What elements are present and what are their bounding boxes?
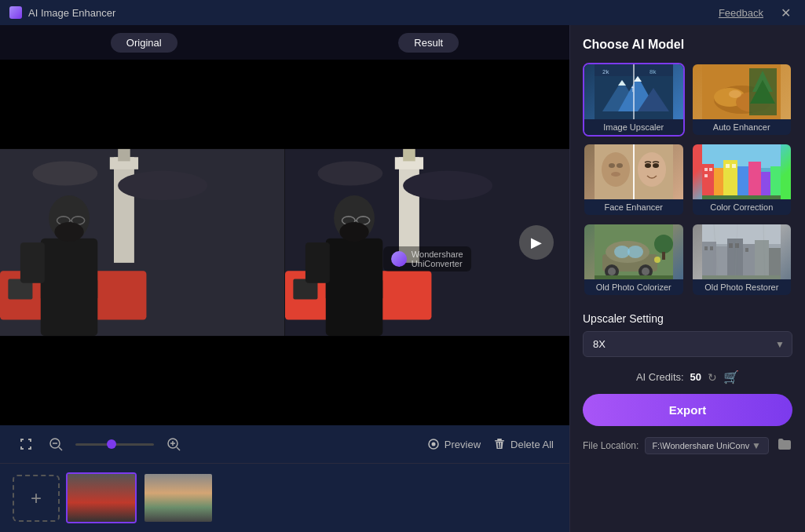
slider-thumb xyxy=(107,439,116,449)
model-img-color xyxy=(693,144,792,199)
model-card-face-enhancer[interactable]: Face Enhancer xyxy=(583,143,685,217)
svg-rect-44 xyxy=(495,440,504,442)
svg-line-40 xyxy=(177,447,180,450)
svg-rect-12 xyxy=(20,242,45,283)
file-location-select[interactable]: F:\Wondershare UniConv xyxy=(645,437,769,454)
old-photo-restorer-preview-svg xyxy=(702,224,781,279)
svg-rect-43 xyxy=(497,439,502,440)
svg-point-92 xyxy=(608,268,616,275)
svg-rect-86 xyxy=(732,164,736,168)
close-button[interactable]: ✕ xyxy=(776,4,796,22)
svg-rect-83 xyxy=(709,168,712,171)
thumbnail-2-image xyxy=(145,474,212,522)
add-image-button[interactable]: + xyxy=(13,475,60,522)
slider-track xyxy=(75,443,154,446)
svg-text:↑: ↑ xyxy=(630,83,635,94)
svg-rect-108 xyxy=(769,248,781,279)
upscaler-preview-svg: 2k 8k ↑ xyxy=(595,64,673,119)
right-panel-content: Choose AI Model xyxy=(570,25,805,532)
upscaler-select[interactable]: 2X 4X 8X xyxy=(583,331,792,357)
toolbar-right: Preview Delete All xyxy=(427,438,554,450)
next-button[interactable]: ▶ xyxy=(519,225,554,260)
svg-point-5 xyxy=(118,171,207,200)
feedback-link[interactable]: Feedback xyxy=(719,7,763,19)
delete-all-label: Delete All xyxy=(510,439,554,450)
export-button[interactable]: Export xyxy=(583,394,792,426)
main-container: Original Result xyxy=(0,25,805,532)
svg-rect-109 xyxy=(704,246,708,250)
file-location-row: File Location: F:\Wondershare UniConv ▼ xyxy=(583,435,792,456)
app-icon xyxy=(9,6,22,19)
model-img-restorer xyxy=(693,224,792,279)
trash-icon xyxy=(493,438,506,450)
cart-icon[interactable]: 🛒 xyxy=(723,370,739,384)
thumbnail-2[interactable] xyxy=(143,472,214,523)
credits-row: AI Credits: 50 ↻ 🛒 xyxy=(583,370,792,384)
image-display-area: WondershareUniConverter ▶ xyxy=(0,99,569,386)
svg-point-67 xyxy=(617,163,623,168)
svg-text:8k: 8k xyxy=(649,68,657,75)
svg-rect-11 xyxy=(41,239,98,336)
model-label-auto-enhancer: Auto Enhancer xyxy=(693,119,792,135)
svg-rect-85 xyxy=(726,164,730,168)
svg-rect-112 xyxy=(735,243,739,248)
model-card-color-correction[interactable]: Color Correction xyxy=(691,143,793,217)
delete-all-button[interactable]: Delete All xyxy=(493,438,554,450)
upscaler-setting-section: Upscaler Setting 2X 4X 8X ▼ xyxy=(583,312,792,357)
svg-point-42 xyxy=(431,443,435,446)
file-location-label: File Location: xyxy=(583,440,639,451)
svg-point-66 xyxy=(609,163,615,168)
color-correction-preview-svg xyxy=(702,144,781,199)
thumbnail-1-image xyxy=(68,474,135,522)
original-label: Original xyxy=(111,33,177,53)
model-card-old-photo-restorer[interactable]: Old Photo Restorer xyxy=(691,223,793,297)
zoom-slider[interactable] xyxy=(75,443,154,446)
app-title: AI Image Enhancer xyxy=(28,7,115,19)
preview-button[interactable]: Preview xyxy=(427,438,481,450)
toolbar-left xyxy=(16,434,184,454)
zoom-out-button[interactable] xyxy=(46,434,66,454)
original-image-side xyxy=(0,99,285,386)
svg-rect-98 xyxy=(595,275,673,279)
model-grid: 2k 8k ↑ Image Upscaler xyxy=(583,63,792,297)
svg-rect-81 xyxy=(770,166,781,199)
svg-point-21 xyxy=(317,161,382,185)
preview-icon xyxy=(427,438,440,450)
model-img-face xyxy=(584,144,683,199)
image-panel: Original Result xyxy=(0,25,569,532)
model-card-auto-enhancer[interactable]: Auto Enhancer xyxy=(691,63,793,137)
svg-rect-78 xyxy=(737,166,748,199)
model-label-image-upscaler: Image Upscaler xyxy=(584,119,683,135)
file-folder-button[interactable] xyxy=(775,435,792,456)
svg-rect-87 xyxy=(702,195,781,199)
fit-button[interactable] xyxy=(16,434,36,454)
watermark-icon xyxy=(391,251,407,267)
model-label-old-photo-colorizer: Old Photo Colorizer xyxy=(584,279,683,295)
svg-rect-1 xyxy=(114,157,134,263)
result-image-side: WondershareUniConverter ▶ xyxy=(285,99,570,386)
folder-icon xyxy=(777,437,791,451)
svg-point-96 xyxy=(628,246,643,258)
face-enhancer-preview-svg xyxy=(595,144,673,199)
svg-rect-103 xyxy=(702,242,716,279)
svg-point-16 xyxy=(54,222,83,242)
model-label-old-photo-restorer: Old Photo Restorer xyxy=(693,279,792,295)
choose-model-title: Choose AI Model xyxy=(583,38,792,52)
zoom-in-button[interactable] xyxy=(163,434,184,454)
svg-point-94 xyxy=(642,268,649,275)
svg-rect-29 xyxy=(305,242,329,283)
model-card-image-upscaler[interactable]: 2k 8k ↑ Image Upscaler xyxy=(583,63,685,137)
svg-rect-104 xyxy=(716,246,727,279)
svg-rect-28 xyxy=(325,239,382,336)
model-img-upscaler: 2k 8k ↑ xyxy=(584,64,683,119)
refresh-credits-button[interactable]: ↻ xyxy=(708,371,717,384)
right-panel: Choose AI Model xyxy=(569,25,805,532)
svg-point-71 xyxy=(645,163,651,168)
thumbnail-1[interactable] xyxy=(66,472,137,523)
auto-enhancer-preview-svg xyxy=(702,64,781,119)
old-photo-colorizer-preview-svg xyxy=(595,224,673,279)
black-bar-bottom xyxy=(0,386,569,425)
upscaler-select-wrapper: 2X 4X 8X ▼ xyxy=(583,331,792,357)
black-bar-top xyxy=(0,60,569,99)
model-card-old-photo-colorizer[interactable]: Old Photo Colorizer xyxy=(583,223,685,297)
